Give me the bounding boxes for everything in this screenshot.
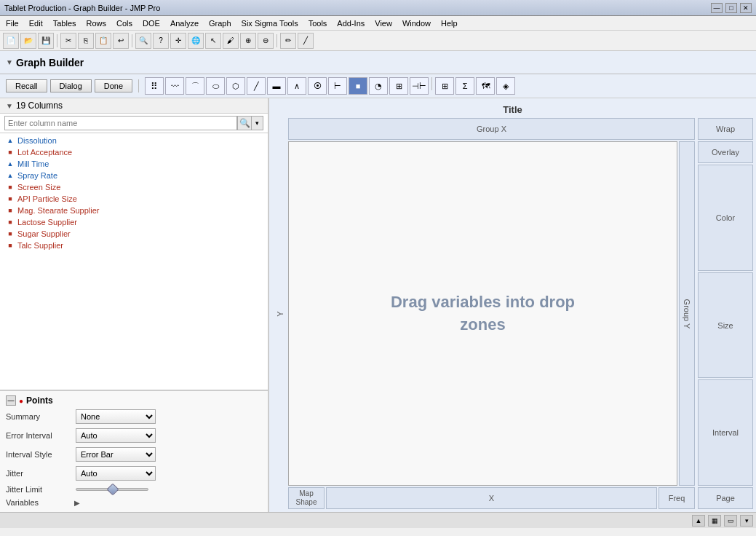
menu-tools[interactable]: Tools [304, 17, 332, 29]
menu-doe[interactable]: DOE [138, 17, 164, 29]
treemap-type-button[interactable]: ⊞ [389, 77, 408, 95]
group-y-zone[interactable]: Group Y [679, 141, 695, 486]
menu-addins[interactable]: Add-Ins [333, 17, 369, 29]
search-row: 🔍 ▾ [0, 114, 268, 133]
table-type-button[interactable]: ⊞ [435, 77, 454, 95]
cut-button[interactable]: ✂ [60, 33, 76, 49]
group-y-label: Group Y [683, 299, 691, 328]
pencil-button[interactable]: ✏ [280, 33, 296, 49]
status-grid-button[interactable]: ▦ [708, 515, 721, 527]
menu-tables[interactable]: Tables [49, 17, 81, 29]
group-x-zone[interactable]: Group X [288, 118, 695, 140]
list-item[interactable]: ■ API Particle Size [0, 193, 268, 205]
contour-type-button[interactable]: ⌒ [186, 77, 204, 95]
map-type-button[interactable]: 🗺 [476, 77, 495, 95]
done-button[interactable]: Done [95, 79, 132, 92]
variables-expand-icon[interactable]: ▶ [74, 499, 80, 507]
menu-edit[interactable]: Edit [25, 17, 47, 29]
list-item[interactable]: ▲ Spray Rate [0, 170, 268, 181]
save-button[interactable]: 💾 [38, 33, 54, 49]
move-button[interactable]: ✛ [170, 33, 186, 49]
toolbar-sep2 [132, 34, 132, 47]
points-collapse-button[interactable]: — [6, 395, 16, 406]
maximize-button[interactable]: □ [725, 3, 737, 13]
size-zone[interactable]: Size [698, 272, 753, 379]
columns-collapse-icon[interactable]: ▼ [6, 102, 13, 110]
select-button[interactable]: ↖ [205, 33, 221, 49]
network-type-button[interactable]: ◈ [496, 77, 515, 95]
menu-cols[interactable]: Cols [112, 17, 137, 29]
menu-view[interactable]: View [370, 17, 397, 29]
search-dropdown[interactable]: ▾ [252, 116, 263, 130]
interval-style-select[interactable]: Error Bar Line [76, 447, 156, 462]
jitter-select[interactable]: Auto None [76, 466, 156, 481]
copy-button[interactable]: ⎘ [78, 33, 94, 49]
gradient-type-button[interactable]: ■ [349, 77, 367, 95]
whisker-type-button[interactable]: ⊢ [328, 77, 347, 95]
summary-select[interactable]: None Mean Median [76, 409, 156, 424]
x-zone[interactable]: X [326, 487, 657, 509]
range-type-button[interactable]: ⦿ [308, 77, 327, 95]
bar-type-button[interactable]: ▬ [267, 77, 286, 95]
list-item[interactable]: ■ Mag. Stearate Supplier [0, 205, 268, 216]
zoom-out-button[interactable]: ⊖ [258, 33, 274, 49]
error-interval-select[interactable]: Auto None [76, 428, 156, 443]
status-dropdown-button[interactable]: ▾ [740, 515, 753, 527]
list-item[interactable]: ■ Screen Size [0, 181, 268, 193]
map-shape-zone[interactable]: Map Shape [288, 487, 325, 509]
column-name: Mill Time [17, 159, 49, 168]
menu-analyze[interactable]: Analyze [166, 17, 203, 29]
search-button[interactable]: 🔍 [237, 116, 252, 130]
hex-type-button[interactable]: ⬡ [226, 77, 245, 95]
recall-button[interactable]: Recall [6, 79, 47, 92]
line-type-button[interactable]: ╱ [247, 77, 266, 95]
menu-window[interactable]: Window [398, 17, 435, 29]
minimize-button[interactable]: — [711, 3, 723, 13]
color-zone[interactable]: Color [698, 165, 753, 271]
freq-zone[interactable]: Freq [658, 487, 695, 509]
menu-help[interactable]: Help [437, 17, 462, 29]
new-button[interactable]: 📄 [3, 33, 19, 49]
jitter-limit-slider[interactable] [76, 488, 148, 491]
summary-type-button[interactable]: Σ [455, 77, 474, 95]
menu-file[interactable]: File [1, 17, 23, 29]
line-button[interactable]: ╱ [298, 33, 314, 49]
status-up-button[interactable]: ▲ [692, 515, 705, 527]
slider-thumb[interactable] [107, 484, 119, 496]
list-item[interactable]: ■ Lactose Supplier [0, 216, 268, 228]
close-button[interactable]: ✕ [740, 3, 752, 13]
menu-sixsigma[interactable]: Six Sigma Tools [237, 17, 303, 29]
status-window-button[interactable]: ▭ [724, 515, 737, 527]
column-name: API Particle Size [17, 194, 77, 203]
overlay-zone[interactable]: Overlay [698, 141, 753, 163]
search-input[interactable] [4, 116, 237, 130]
zoom-in-button[interactable]: ⊕ [240, 33, 256, 49]
menu-rows[interactable]: Rows [82, 17, 111, 29]
zoom-button[interactable]: 🔍 [135, 33, 151, 49]
paste-button[interactable]: 📋 [95, 33, 111, 49]
list-item[interactable]: ▲ Dissolution [0, 135, 268, 146]
globe-button[interactable]: 🌐 [188, 33, 204, 49]
interval-zone[interactable]: Interval [698, 379, 753, 486]
plot-canvas[interactable]: Drag variables into drop zones [288, 141, 677, 486]
pie-type-button[interactable]: ◔ [369, 77, 388, 95]
list-item[interactable]: ■ Sugar Supplier [0, 228, 268, 240]
brush-button[interactable]: 🖌 [223, 33, 239, 49]
help-toolbar-button[interactable]: ? [153, 33, 169, 49]
open-button[interactable]: 📂 [20, 33, 36, 49]
cloud-type-button[interactable]: 〰 [165, 77, 184, 95]
parallel-type-button[interactable]: ⊣⊢ [410, 77, 429, 95]
undo-button[interactable]: ↩ [113, 33, 129, 49]
dialog-button[interactable]: Dialog [50, 79, 92, 92]
ellipse-type-button[interactable]: ⬭ [206, 77, 225, 95]
list-item[interactable]: ■ Lot Acceptance [0, 146, 268, 158]
gb-collapse-icon[interactable]: ▼ [6, 58, 13, 66]
list-item[interactable]: ▲ Mill Time [0, 158, 268, 170]
points-type-button[interactable]: ⠿ [145, 77, 164, 95]
page-zone[interactable]: Page [698, 487, 753, 509]
list-item[interactable]: ■ Talc Supplier [0, 240, 268, 251]
slider-track[interactable] [76, 488, 148, 491]
menu-graph[interactable]: Graph [204, 17, 236, 29]
area-type-button[interactable]: ∧ [287, 77, 306, 95]
wrap-zone[interactable]: Wrap [698, 118, 753, 140]
